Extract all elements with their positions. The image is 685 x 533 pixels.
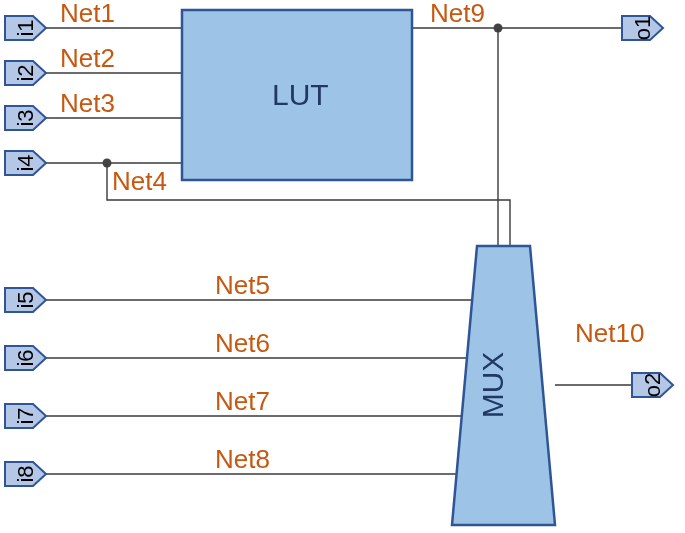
port-label-i4: i4 bbox=[13, 154, 38, 171]
port-label-i7: i7 bbox=[13, 407, 38, 424]
port-label-i3: i3 bbox=[13, 109, 38, 126]
input-port-i2: i2 bbox=[5, 61, 46, 85]
port-label-i6: i6 bbox=[13, 349, 38, 366]
net-label-3: Net3 bbox=[60, 88, 115, 118]
port-label-i8: i8 bbox=[13, 465, 38, 482]
input-port-i3: i3 bbox=[5, 106, 46, 130]
port-label-i1: i1 bbox=[13, 19, 38, 36]
net-label-5: Net5 bbox=[215, 270, 270, 300]
port-label-i5: i5 bbox=[13, 291, 38, 308]
output-port-o1: o1 bbox=[622, 16, 663, 40]
net-label-6: Net6 bbox=[215, 328, 270, 358]
net-label-4: Net4 bbox=[112, 166, 167, 196]
port-label-o1: o1 bbox=[630, 16, 655, 40]
net-label-10: Net10 bbox=[575, 318, 644, 348]
output-port-o2: o2 bbox=[632, 373, 673, 397]
input-port-i1: i1 bbox=[5, 16, 46, 40]
circuit-diagram: LUT MUX i1 i2 i3 i4 i5 i6 i7 i8 o1 o bbox=[0, 0, 685, 533]
mux-block-label: MUX bbox=[476, 352, 509, 419]
net-label-7: Net7 bbox=[215, 386, 270, 416]
port-label-i2: i2 bbox=[13, 64, 38, 81]
net-label-1: Net1 bbox=[60, 0, 115, 28]
input-port-i7: i7 bbox=[5, 404, 46, 428]
input-port-i5: i5 bbox=[5, 288, 46, 312]
input-port-i6: i6 bbox=[5, 346, 46, 370]
lut-block-label: LUT bbox=[272, 78, 329, 111]
net-label-2: Net2 bbox=[60, 43, 115, 73]
port-label-o2: o2 bbox=[640, 373, 665, 397]
net-label-8: Net8 bbox=[215, 444, 270, 474]
input-port-i8: i8 bbox=[5, 462, 46, 486]
net-label-9: Net9 bbox=[430, 0, 485, 28]
input-port-i4: i4 bbox=[5, 151, 46, 175]
